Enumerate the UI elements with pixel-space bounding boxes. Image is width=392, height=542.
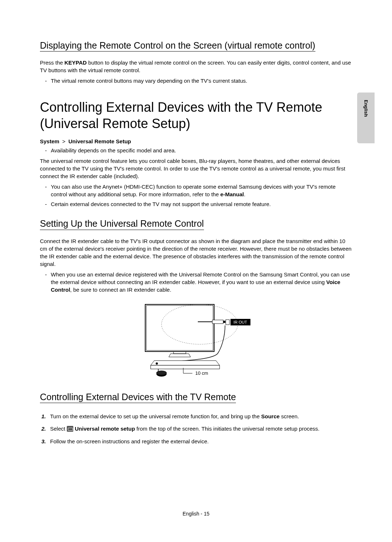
svg-point-9 (156, 362, 158, 365)
menu-path-separator: > (62, 138, 66, 144)
distance-label: 10 cm (195, 370, 208, 376)
text: from the top of the screen. This initiat… (135, 426, 319, 432)
note-item: You can also use the Anynet+ (HDMI-CEC) … (40, 183, 352, 198)
step-item: Turn on the external device to set up th… (40, 412, 352, 421)
text: Select (50, 426, 67, 432)
menu-path-system: System (40, 138, 59, 144)
note-item: When you use an external device register… (40, 271, 352, 293)
svg-point-11 (156, 371, 167, 375)
note-list: The virtual remote control buttons may v… (40, 77, 352, 85)
svg-rect-0 (145, 304, 214, 352)
text: screen. (279, 413, 299, 419)
menu-path-universal-remote: Universal Remote Setup (68, 138, 131, 144)
text: . (244, 191, 245, 197)
paragraph: The universal remote control feature let… (40, 157, 352, 180)
diagram-svg: IR OUT 10 cm (134, 297, 258, 381)
svg-rect-8 (151, 365, 220, 369)
keypad-label: KEYPAD (65, 59, 87, 66)
heading-setting-up-universal: Setting Up the Universal Remote Control (40, 218, 204, 230)
ir-extender-diagram: IR OUT 10 cm (40, 297, 352, 381)
source-label: Source (261, 413, 279, 419)
menu-path: System > Universal Remote Setup (40, 138, 352, 144)
ir-out-label: IR OUT (233, 320, 247, 324)
note-list: When you use an external device register… (40, 271, 352, 293)
note-list: You can also use the Anynet+ (HDMI-CEC) … (40, 183, 352, 208)
universal-remote-icon (67, 426, 73, 432)
step-item: Follow the on-screen instructions and re… (40, 438, 352, 446)
language-tab: English (357, 93, 375, 143)
section-virtual-remote: Displaying the Remote Control on the Scr… (40, 40, 352, 85)
emanual-label: e-Manual (220, 191, 244, 197)
svg-rect-6 (212, 320, 223, 324)
text: Turn on the external device to set up th… (50, 413, 261, 419)
manual-page: English Displaying the Remote Control on… (0, 0, 392, 542)
text: You can also use the Anynet+ (HDMI-CEC) … (51, 184, 336, 197)
step-item: Select Universal remote setup from the t… (40, 425, 352, 433)
note-item: Availability depends on the specific mod… (40, 147, 352, 154)
text: , be sure to connect an IR extender cabl… (70, 287, 171, 293)
heading-controlling-external: Controlling External Devices with the TV… (40, 99, 352, 132)
heading-virtual-remote: Displaying the Remote Control on the Scr… (40, 40, 315, 52)
page-footer: English - 15 (0, 511, 392, 517)
svg-rect-4 (226, 320, 229, 325)
note-item: Certain external devices connected to th… (40, 200, 352, 208)
universal-remote-setup-label: Universal remote setup (73, 426, 135, 432)
note-item: The virtual remote control buttons may v… (40, 77, 352, 85)
text: When you use an external device register… (51, 271, 350, 285)
paragraph: Connect the IR extender cable to the TV'… (40, 237, 352, 268)
note-list: Availability depends on the specific mod… (40, 147, 352, 154)
paragraph: Press the KEYPAD button to display the v… (40, 59, 352, 74)
heading-controlling-external-steps: Controlling External Devices with the TV… (40, 391, 236, 403)
text: Press the (40, 59, 65, 66)
text: button to display the virtual remote con… (40, 59, 351, 73)
steps-list: Turn on the external device to set up th… (40, 412, 352, 446)
svg-rect-7 (223, 321, 225, 323)
language-tab-label: English (363, 100, 369, 117)
